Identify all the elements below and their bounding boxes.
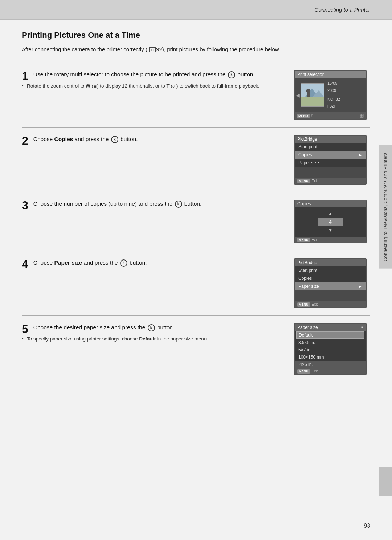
copies-value: 4: [318, 218, 343, 226]
papersize-bottom: MENU Exit: [295, 368, 366, 374]
arrow-right-icon: ►: [359, 153, 362, 157]
pictbridge-title-2: PictBridge: [295, 136, 366, 143]
step-5-sub: To specify paper size using printer sett…: [22, 335, 283, 343]
step-5-text: Choose the desired paper size and press …: [33, 324, 175, 330]
screen-date: 15/05: [327, 80, 340, 87]
step-4-left: 4 Choose Paper size and press the k butt…: [22, 258, 294, 270]
side-tab-gray: [379, 467, 392, 496]
thumbnail-svg: [301, 83, 324, 106]
pict-item-papersize-2: Paper size: [295, 159, 366, 167]
step-1-text: Use the rotary multi selector to choose …: [33, 71, 255, 77]
step-4-text: Choose Paper size and press the k button…: [33, 259, 147, 266]
ok-button-icon-3: k: [175, 201, 182, 208]
screen-bracket: [ 32]: [327, 103, 340, 110]
svg-rect-3: [301, 97, 324, 106]
copies-bottom: MENU Exit: [295, 237, 366, 243]
papersize-scroll-icon: ≡: [361, 325, 363, 330]
step-2-number: 2: [22, 135, 28, 146]
step-1-screen: Print selection ◀: [294, 70, 370, 120]
step-3-screen: Copies ▲ 4 ▼ MENU Exit: [294, 200, 370, 243]
ok-button-icon-2: k: [111, 136, 118, 143]
menu-chip-1: MENU ⎘: [297, 114, 313, 118]
step-4-number: 4: [22, 258, 28, 270]
screen-no: NO. 32: [327, 96, 340, 103]
page-number: 93: [364, 523, 370, 529]
page-wrapper: Connecting to a Printer Printing Picture…: [0, 0, 392, 540]
copies-up-arrow: ▲: [328, 211, 332, 216]
book-icon: □: [149, 47, 156, 52]
pict4-item-papersize: Paper size ►: [295, 282, 366, 290]
papersize-title-text: Paper size: [297, 325, 318, 330]
header-bar: Connecting to a Printer: [0, 0, 392, 20]
step-1-number: 1: [22, 70, 28, 82]
header-title: Connecting to a Printer: [315, 7, 370, 13]
step-1-row: 1 Use the rotary multi selector to choos…: [22, 63, 370, 127]
pictbridge-screen-2: PictBridge Start print Copies ► Paper si…: [294, 135, 367, 185]
step-5-number: 5: [22, 323, 28, 335]
step-5-left: 5 Choose the desired paper size and pres…: [22, 323, 294, 343]
ok-button-icon-4: k: [120, 259, 127, 267]
step-5-row: 5 Choose the desired paper size and pres…: [22, 315, 370, 382]
pict-spacer: [295, 167, 366, 178]
step-5-screen: Paper size ≡ Default 3.5×5 in. 5×7 in. 1…: [294, 323, 370, 375]
step-3-left: 3 Choose the number of copies (up to nin…: [22, 200, 294, 211]
step-3-text: Choose the number of copies (up to nine)…: [33, 201, 201, 207]
pict-bottom-4: MENU Exit: [295, 301, 366, 307]
pict4-item-start: Start print: [295, 266, 366, 274]
step-4-screen: PictBridge Start print Copies Paper size…: [294, 258, 370, 308]
step-2-row: 2 Choose Copies and press the k button. …: [22, 127, 370, 192]
screen-bottom-bar-1: MENU ⎘ ▦: [295, 112, 366, 119]
papersize-item-4x6: .4×6 in.: [295, 361, 366, 368]
pict-item-copies: Copies ►: [295, 151, 366, 159]
pict4-spacer: [295, 290, 366, 301]
step-2-screen: PictBridge Start print Copies ► Paper si…: [294, 135, 370, 185]
ok-button-icon-5: k: [148, 324, 155, 331]
main-content: Printing Pictures One at a Time After co…: [0, 20, 392, 393]
arrow-right-icon-4: ►: [359, 285, 362, 289]
copies-down-arrow: ▼: [328, 228, 332, 233]
step-3-number: 3: [22, 200, 28, 211]
papersize-item-35x5: 3.5×5 in.: [295, 339, 366, 346]
step-2-left: 2 Choose Copies and press the k button.: [22, 135, 294, 146]
pictbridge-title-4: PictBridge: [295, 259, 366, 266]
pictbridge-screen-4: PictBridge Start print Copies Paper size…: [294, 258, 367, 308]
copies-title: Copies: [295, 200, 366, 207]
pict-item-start-print: Start print: [295, 143, 366, 151]
svg-rect-5: [307, 93, 310, 97]
intro-text: After connecting the camera to the print…: [22, 45, 370, 54]
step-1-sub: Rotate the zoom control to W (▣) to disp…: [22, 82, 283, 90]
papersize-item-default: Default: [296, 331, 364, 339]
step-1-bullet: Rotate the zoom control to W (▣) to disp…: [22, 82, 283, 90]
step-1-left: 1 Use the rotary multi selector to choos…: [22, 70, 294, 90]
copies-content: ▲ 4 ▼: [295, 207, 366, 237]
left-arrow-icon: ◀: [296, 92, 300, 98]
pict-bottom-2: MENU Exit: [295, 178, 366, 184]
side-tab: Connecting to Televisions, Computers and…: [379, 145, 392, 269]
papersize-item-5x7: 5×7 in.: [295, 346, 366, 354]
copies-screen: Copies ▲ 4 ▼ MENU Exit: [294, 200, 367, 243]
svg-point-4: [306, 89, 311, 93]
step-5-bullet: To specify paper size using printer sett…: [22, 335, 283, 343]
screen-info: 15/05 2009 NO. 32 [ 32]: [327, 80, 340, 110]
step-4-row: 4 Choose Paper size and press the k butt…: [22, 251, 370, 315]
photo-thumbnail: [301, 83, 324, 107]
section-title: Printing Pictures One at a Time: [22, 31, 370, 40]
papersize-screen: Paper size ≡ Default 3.5×5 in. 5×7 in. 1…: [294, 323, 367, 375]
print-selection-label: Print selection: [295, 71, 366, 78]
papersize-item-100x150: 100×150 mm: [295, 354, 366, 361]
step-3-row: 3 Choose the number of copies (up to nin…: [22, 192, 370, 251]
pict4-item-copies: Copies: [295, 274, 366, 282]
small-icon-1: ▦: [360, 113, 364, 118]
ok-button-icon-1: k: [228, 71, 235, 78]
papersize-title: Paper size ≡: [295, 324, 366, 331]
print-selection-screen: Print selection ◀: [294, 70, 367, 120]
screen-year: 2009: [327, 87, 340, 94]
step-2-text: Choose Copies and press the k button.: [33, 136, 138, 142]
